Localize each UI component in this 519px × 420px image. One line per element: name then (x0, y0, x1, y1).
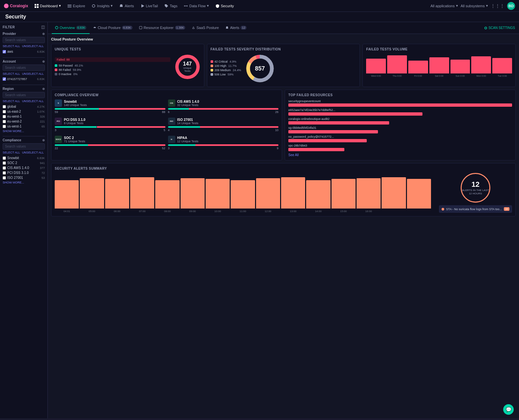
provider-search-input[interactable] (3, 37, 45, 43)
account-item-0: 074157727857 6.83K (3, 77, 45, 81)
compliance-soc2-checkbox[interactable] (3, 161, 6, 165)
nav-security[interactable]: Security (213, 3, 237, 9)
region-title: Region (3, 87, 14, 91)
alert-bar-13 (382, 177, 406, 209)
region-uswest1-label: us-west-1 (7, 125, 21, 128)
main-layout: FILTER ◫ Provider ⊕ SELECT ALL UNSELECT … (0, 22, 519, 418)
sidebar-collapse-icon[interactable]: ◫ (41, 25, 45, 29)
nav-insights[interactable]: Insights ▾ (89, 2, 115, 9)
compliance-select-all[interactable]: SELECT ALL (3, 151, 20, 154)
compliance-pcidss-checkbox[interactable] (3, 171, 6, 175)
region-euwest1-checkbox[interactable] (3, 115, 6, 118)
provider-unselect-all[interactable]: UNSELECT ALL (22, 44, 44, 48)
resource-item-1: e652aee7a74f24e35b7e7dd8ef52... (288, 108, 512, 116)
nav-explore[interactable]: Explore (65, 3, 88, 9)
scan-settings-button[interactable]: SCAN SETTINGS (484, 26, 515, 30)
compliance-snowbit-checkbox[interactable] (3, 156, 6, 160)
alert-time-label-8: 12:00 (256, 210, 280, 213)
compliance-search-input[interactable] (3, 143, 45, 150)
compliance-numbers-4: 2252 (55, 147, 165, 150)
chat-button[interactable]: 💬 (503, 404, 514, 415)
compliance-iso27001-checkbox[interactable] (3, 176, 6, 180)
compliance-show-more[interactable]: SHOW MORE... (3, 181, 45, 184)
critical-legend: 42 Critical 4.9% (211, 60, 241, 63)
account-expand-icon[interactable]: ⊕ (42, 60, 45, 63)
security-alerts-title: SECURITY ALERTS SUMMARY (55, 167, 512, 170)
all-applications-dropdown[interactable]: All applications ▾ (430, 4, 458, 8)
region-useast2-checkbox[interactable] (3, 110, 6, 113)
nav-tags[interactable]: Tags (162, 3, 180, 9)
provider-section: Provider ⊕ SELECT ALL UNSELECT ALL aws 6… (3, 32, 45, 54)
region-euwest2-checkbox[interactable] (3, 120, 6, 123)
region-search-input[interactable] (3, 92, 45, 98)
compliance-cisaws-count: 377 (40, 166, 45, 170)
compliance-bar-0 (55, 108, 165, 110)
failed-badge: Failed: 88 (55, 57, 170, 62)
tab-cloud-posture[interactable]: Cloud Posture 6.83K (90, 22, 135, 34)
provider-aws-checkbox[interactable] (3, 50, 6, 53)
compliance-name-4: SOC 2 (64, 136, 85, 140)
region-section: Region ⊕ SELECT ALL UNSELECT ALL global … (3, 87, 45, 133)
notification-badge: 1h (504, 207, 509, 211)
account-unselect-all[interactable]: UNSELECT ALL (22, 72, 44, 75)
compliance-expand-icon[interactable]: ⊕ (42, 138, 45, 142)
security-alerts-content: 04:0105:0006:0007:0008:0009:0010:0011:00… (55, 173, 512, 213)
compliance-iso27001: ISO 27001 53 (3, 175, 45, 180)
tab-saas-posture[interactable]: SaaS Posture (188, 22, 222, 34)
alerts-chart-area: 04:0105:0006:0007:0008:0009:0010:0011:00… (55, 173, 431, 213)
alert-bar-5 (181, 178, 205, 209)
all-subsystems-dropdown[interactable]: All subsystems ▾ (461, 4, 488, 8)
user-avatar[interactable]: BD (507, 2, 515, 10)
alert-time-label-0: 04:01 (55, 210, 79, 213)
nav-dataflow[interactable]: Data Flow ▾ (181, 2, 212, 9)
coralogix-logo[interactable]: Coralogix (4, 4, 28, 8)
compliance-tests-1: 32 Unique Tests (177, 103, 199, 107)
compliance-logo-5: H (168, 136, 175, 143)
region-expand-icon[interactable]: ⊕ (42, 87, 45, 91)
tab-overview-badge: 6.83K (76, 26, 87, 30)
grid-menu-icon[interactable]: ⋮⋮⋮ (491, 3, 505, 9)
see-all-link[interactable]: See All (288, 153, 512, 157)
compliance-numbers-2: 35 (55, 128, 165, 132)
account-search-input[interactable] (3, 65, 45, 71)
alert-time-label-1: 05:00 (80, 210, 104, 213)
unique-tests-legend: 59 Passed 40.1% 88 Failed 59.9% (55, 64, 170, 76)
tab-alerts[interactable]: Alerts 12 (222, 22, 250, 34)
compliance-numbers-1: 626 (168, 110, 279, 114)
region-global-checkbox[interactable] (3, 105, 6, 108)
region-unselect-all[interactable]: UNSELECT ALL (22, 99, 44, 103)
resource-item-4: no_password_policy@07415772... (288, 135, 512, 142)
region-select-all[interactable]: SELECT ALL (3, 99, 20, 103)
nav-dashboard[interactable]: Dashboard ▾ (32, 2, 64, 9)
compliance-pcidss: PCI DSS 3.1.0 72 (3, 170, 45, 175)
region-item-global: global 4.27K (3, 104, 45, 109)
compliance-pcidss-label: PCI DSS 3.1.0 (7, 171, 29, 175)
tab-overview[interactable]: Overview 6.83K (52, 22, 90, 34)
provider-select-all[interactable]: SELECT ALL (3, 44, 20, 48)
compliance-select-controls: SELECT ALL UNSELECT ALL (3, 151, 45, 154)
nav-right-area: All applications ▾ All subsystems ▾ ⋮⋮⋮ … (430, 2, 515, 10)
compliance-unselect-all[interactable]: UNSELECT ALL (22, 151, 44, 154)
resource-bar-1 (288, 112, 422, 116)
account-item-checkbox[interactable] (3, 77, 6, 81)
nav-livetail[interactable]: LiveTail (138, 3, 161, 9)
compliance-tests-3: 14 Unique Tests (177, 122, 198, 125)
region-uswest1-checkbox[interactable] (3, 125, 6, 128)
page-title: Security (5, 14, 514, 20)
nav-alerts[interactable]: Alerts (117, 3, 136, 9)
alert-bar-4 (155, 180, 179, 209)
region-useast2-label: us-east-2 (7, 110, 21, 113)
tab-resource-explorer[interactable]: Resource Explorer 1.38K (136, 22, 189, 34)
compliance-tests-0: 148 Unique Tests (64, 103, 87, 107)
account-select-all[interactable]: SELECT ALL (3, 72, 20, 75)
volume-title: FAILED TESTS VOLUME (366, 47, 512, 51)
resource-name-4: no_password_policy@07415772... (288, 135, 512, 138)
region-show-more[interactable]: SHOW MORE... (3, 129, 45, 133)
compliance-name-0: Snowbit (64, 100, 87, 103)
provider-expand-icon[interactable]: ⊕ (42, 32, 45, 36)
compliance-cisaws-checkbox[interactable] (3, 166, 6, 170)
region-global-count: 4.27K (37, 105, 45, 108)
account-title: Account (3, 60, 16, 63)
top-failed-resources-card: TOP FAILED RESOURCES securitygroupeventc… (285, 90, 516, 160)
failed-legend-item: 88 Failed 59.9% (55, 68, 170, 71)
